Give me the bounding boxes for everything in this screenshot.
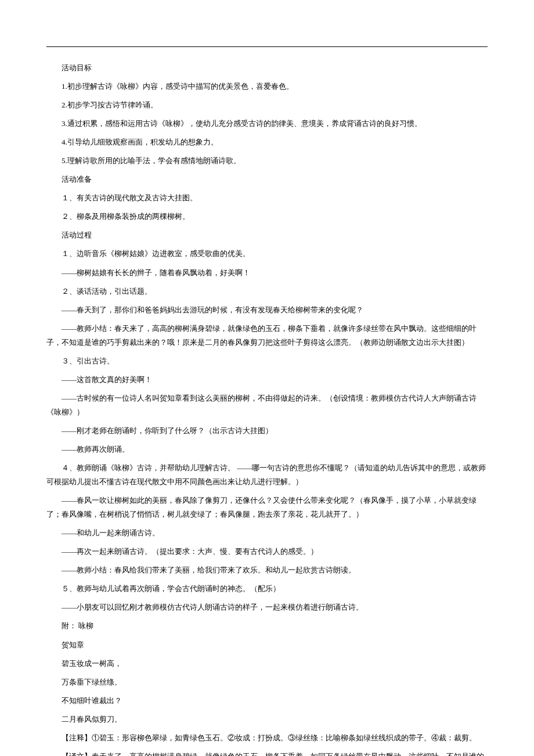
document-body: 活动目标1.初步理解古诗《咏柳》内容，感受诗中描写的优美景色，喜爱春色。2.初步… <box>46 61 488 756</box>
paragraph: ５、教师与幼儿试着再次朗诵，学会古代朗诵时的神态。（配乐） <box>46 582 488 596</box>
paragraph: ２、谈话活动，引出话题。 <box>46 285 488 298</box>
paragraph: 附： 咏柳 <box>46 619 488 633</box>
paragraph: ３、引出古诗。 <box>46 354 488 368</box>
paragraph: １、有关古诗的现代散文及古诗大挂图。 <box>46 191 488 205</box>
paragraph: ——教师小结：春风给我们带来了美丽，给我们带来了欢乐。和幼儿一起欣赏古诗朗读。 <box>46 563 488 577</box>
paragraph: ４、教师朗诵《咏柳》古诗，并帮助幼儿理解古诗。 ——哪一句古诗的意思你不懂呢？（… <box>46 461 488 489</box>
paragraph: 【译文】春天来了，高高的柳树满身碧绿，就像绿色的玉石，柳条下垂着，如同万条绿丝带… <box>46 750 488 756</box>
paragraph: 活动目标 <box>46 61 488 75</box>
paragraph: 5.理解诗歌所用的比喻手法，学会有感情地朗诵诗歌。 <box>46 154 488 168</box>
paragraph: ——刚才老师在朗诵时，你听到了什么呀？（出示古诗大挂图） <box>46 424 488 438</box>
paragraph: １、边听音乐《柳树姑娘》边进教室，感受歌曲的优美。 <box>46 247 488 261</box>
paragraph: ——这首散文真的好美啊！ <box>46 373 488 387</box>
paragraph: ——教师小结：春天来了，高高的柳树满身碧绿，就像绿色的玉石，柳条下垂着，就像许多… <box>46 322 488 350</box>
paragraph: ——春天到了，那你们和爸爸妈妈出去游玩的时候，有没有发现春天给柳树带来的变化呢？ <box>46 303 488 317</box>
paragraph: ——再次一起来朗诵古诗。（提出要求：大声、慢、要有古代诗人的感受。） <box>46 545 488 559</box>
paragraph: ——小朋友可以回忆刚才教师模仿古代诗人朗诵古诗的样子，一起来模仿着进行朗诵古诗。 <box>46 600 488 614</box>
paragraph: 活动过程 <box>46 228 488 242</box>
paragraph: 万条垂下绿丝绦。 <box>46 675 488 689</box>
paragraph: 贺知章 <box>46 638 488 652</box>
top-divider <box>46 46 488 47</box>
paragraph: 二月春风似剪刀。 <box>46 712 488 726</box>
paragraph: 不知细叶谁裁出？ <box>46 694 488 708</box>
paragraph: 碧玉妆成一树高， <box>46 657 488 671</box>
paragraph: 2.初步学习按古诗节律吟诵。 <box>46 98 488 112</box>
paragraph: ——春风一吹让柳树如此的美丽，春风除了像剪刀，还像什么？又会使什么带来变化呢？（… <box>46 494 488 521</box>
paragraph: ２、柳条及用柳条装扮成的两棵柳树。 <box>46 210 488 224</box>
paragraph: 4.引导幼儿细致观察画面，积发幼儿的想象力。 <box>46 135 488 149</box>
paragraph: 活动准备 <box>46 172 488 186</box>
paragraph: ——柳树姑娘有长长的辫子，随着春风飘动着，好美啊！ <box>46 266 488 280</box>
paragraph: 1.初步理解古诗《咏柳》内容，感受诗中描写的优美景色，喜爱春色。 <box>46 80 488 93</box>
paragraph: 【注释】①碧玉：形容柳色翠绿，如青绿色玉石。②妆成：打扮成。③绿丝绦：比喻柳条如… <box>46 731 488 745</box>
document-page: 活动目标1.初步理解古诗《咏柳》内容，感受诗中描写的优美景色，喜爱春色。2.初步… <box>0 0 534 756</box>
paragraph: 3.通过积累，感悟和运用古诗《咏柳》，使幼儿充分感受古诗的韵律美、意境美，养成背… <box>46 117 488 131</box>
paragraph: ——古时候的有一位诗人名叫贺知章看到这么美丽的柳树，不由得做起的诗来。（创设情境… <box>46 391 488 419</box>
paragraph: ——教师再次朗诵。 <box>46 442 488 456</box>
paragraph: ——和幼儿一起来朗诵古诗。 <box>46 526 488 540</box>
